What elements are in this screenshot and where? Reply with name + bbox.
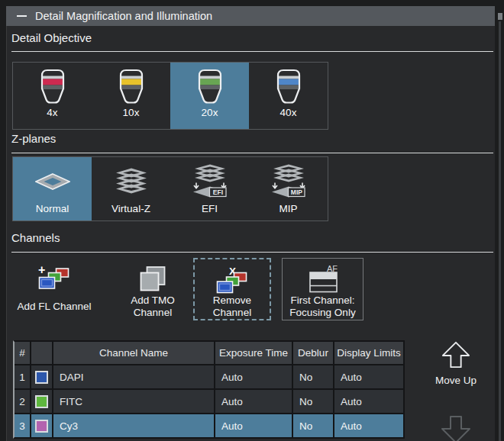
add-tmo-channel-icon — [137, 258, 168, 293]
objective-10x-icon — [118, 67, 145, 105]
section-title-objective: Detail Objective — [11, 31, 92, 44]
app-window: { "titlebar": { "title": "Detail Magnifi… — [0, 0, 504, 441]
section-divider — [11, 252, 493, 253]
add-fl-channel-button[interactable]: + Add FL Channel — [11, 258, 97, 320]
move-down-button[interactable] — [416, 414, 495, 441]
stacked-planes-icon — [115, 162, 148, 201]
zplane-normal-label: Normal — [36, 203, 69, 214]
panel-header[interactable]: Detail Magnification and Illumination — [6, 6, 495, 26]
zplane-option-virtualz[interactable]: Virtual-Z — [92, 157, 170, 220]
row-cy3-color-cell[interactable] — [31, 414, 52, 437]
zplane-option-mip[interactable]: MIP MIP — [249, 157, 328, 220]
section-title-zplanes: Z-planes — [11, 132, 56, 145]
objective-option-4x[interactable]: 4x — [13, 63, 92, 129]
remove-channel-icon: X — [215, 259, 250, 295]
col-header-name: Channel Name — [53, 342, 214, 364]
col-header-num: # — [15, 342, 30, 364]
objective-4x-label: 4x — [47, 107, 57, 118]
plus-glyph: + — [38, 264, 45, 276]
objective-4x-icon — [39, 67, 66, 105]
add-fl-channel-label: Add FL Channel — [15, 293, 92, 320]
col-header-color — [31, 342, 52, 364]
row-cy3-num[interactable]: 3 — [15, 414, 30, 437]
first-channel-focusing-button[interactable]: AF First Channel: Focusing Only — [282, 258, 363, 320]
row-cy3-limits[interactable]: Auto — [334, 414, 403, 437]
row-fitc-num[interactable]: 2 — [15, 390, 30, 413]
row-dapi-color-cell[interactable] — [31, 365, 52, 388]
row-fitc-name[interactable]: FITC — [53, 390, 214, 413]
mip-badge: MIP — [290, 188, 302, 196]
zplane-mip-label: MIP — [279, 203, 297, 214]
channel-table: # Channel Name Exposure Time Deblur Disp… — [13, 340, 405, 439]
row-fitc-color-cell[interactable] — [31, 390, 52, 413]
row-cy3-name[interactable]: Cy3 — [53, 414, 214, 437]
scrollbar-thumb[interactable] — [498, 13, 502, 20]
row-dapi-limits[interactable]: Auto — [334, 365, 403, 388]
single-plane-icon — [35, 162, 70, 201]
dapi-color-swatch[interactable] — [35, 371, 48, 384]
zplane-virtualz-label: Virtual-Z — [111, 203, 150, 214]
objective-20x-label: 20x — [202, 107, 218, 118]
af-glyph: AF — [327, 264, 338, 273]
objective-option-40x[interactable]: 40x — [249, 63, 328, 129]
objective-option-10x[interactable]: 10x — [92, 63, 170, 129]
scrollbar-track — [499, 21, 501, 441]
move-up-label: Move Up — [435, 375, 477, 386]
row-fitc-deblur[interactable]: No — [293, 390, 333, 413]
collapse-icon[interactable] — [17, 15, 27, 17]
objective-group: 4x 10x — [12, 62, 328, 130]
fitc-color-swatch[interactable] — [35, 395, 48, 408]
remove-channel-label: Remove Channel — [195, 295, 270, 319]
efi-icon: EFI — [191, 162, 229, 201]
add-tmo-channel-label: Add TMO Channel — [112, 293, 193, 320]
panel-content: Detail Objective 4x — [6, 26, 495, 441]
remove-channel-button[interactable]: X Remove Channel — [193, 258, 271, 320]
col-header-limits: Display Limits — [334, 342, 403, 364]
autofocus-channel-icon: AF — [304, 259, 342, 294]
section-divider — [11, 153, 493, 153]
objective-40x-label: 40x — [280, 107, 297, 118]
zplane-option-normal[interactable]: Normal — [13, 157, 92, 220]
objective-20x-icon — [196, 67, 224, 105]
move-up-arrow-icon — [438, 340, 473, 372]
move-up-button[interactable]: Move Up — [416, 340, 495, 386]
zplane-efi-label: EFI — [202, 203, 218, 214]
row-cy3-deblur[interactable]: No — [293, 414, 333, 437]
col-header-exposure: Exposure Time — [215, 342, 292, 364]
mip-icon: MIP — [270, 162, 308, 201]
scrollbar[interactable] — [495, 0, 504, 441]
detail-magnification-panel: Detail Magnification and Illumination De… — [6, 6, 495, 441]
zplane-option-efi[interactable]: EFI EFI — [170, 157, 249, 220]
panel-title: Detail Magnification and Illumination — [35, 10, 212, 22]
row-dapi-exposure[interactable]: Auto — [215, 365, 292, 388]
objective-40x-icon — [275, 67, 302, 105]
section-divider — [11, 51, 493, 52]
section-title-channels: Channels — [11, 231, 60, 244]
row-dapi-num[interactable]: 1 — [15, 365, 30, 388]
row-fitc-limits[interactable]: Auto — [334, 390, 403, 413]
add-tmo-channel-button[interactable]: Add TMO Channel — [112, 258, 193, 320]
move-down-arrow-icon — [438, 414, 473, 441]
objective-10x-label: 10x — [123, 107, 140, 118]
zplanes-group: Normal Virtual-Z — [12, 156, 328, 221]
efi-badge: EFI — [212, 188, 222, 196]
row-fitc-exposure[interactable]: Auto — [215, 390, 292, 413]
row-cy3-exposure[interactable]: Auto — [215, 414, 292, 437]
row-dapi-deblur[interactable]: No — [293, 365, 333, 388]
col-header-deblur: Deblur — [293, 342, 333, 364]
cy3-color-swatch[interactable] — [35, 420, 48, 433]
row-dapi-name[interactable]: DAPI — [53, 365, 214, 388]
objective-option-20x[interactable]: 20x — [170, 63, 249, 129]
first-channel-focusing-label: First Channel: Focusing Only — [283, 294, 363, 320]
add-fl-channel-icon: + — [37, 258, 72, 293]
